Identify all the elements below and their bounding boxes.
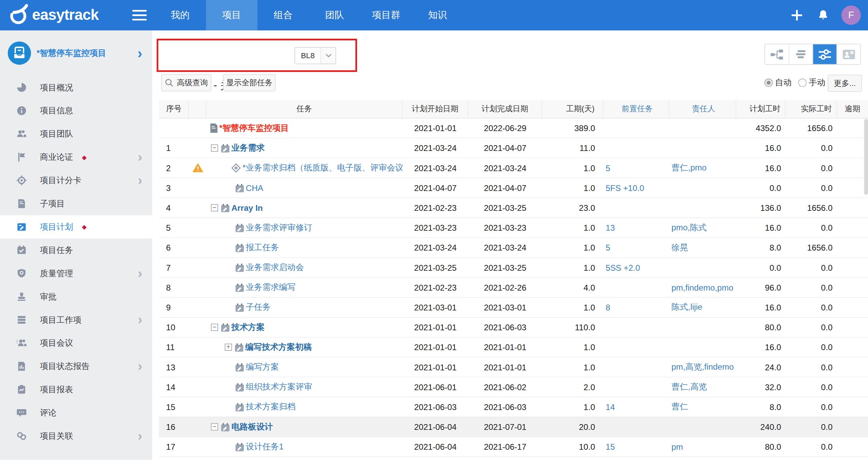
task-name-link[interactable]: 技术方案 — [231, 322, 265, 333]
nav-tab-0[interactable]: 我的 — [154, 0, 206, 30]
sidebar-item-6[interactable]: 项目计划◆ — [0, 215, 152, 239]
sidebar-item-14[interactable]: 评论 — [0, 401, 152, 424]
table-row[interactable]: 5业务需求评审修订2021-03-232021-03-231.013pmo,陈式… — [159, 218, 868, 238]
task-name-link[interactable]: 业务需求评审修订 — [246, 222, 312, 233]
task-name-link[interactable]: 业务需求 — [231, 143, 265, 153]
show-all-tasks-button[interactable]: 显示全部任务 — [223, 74, 276, 91]
project-chevron-right-icon[interactable]: › — [137, 48, 142, 59]
predecessor[interactable]: 5SS +2.0 — [603, 258, 669, 277]
hamburger-menu-icon[interactable] — [132, 10, 147, 21]
more-button[interactable]: 更多... — [828, 75, 862, 92]
sidebar-item-1[interactable]: 项目信息 — [0, 99, 152, 122]
resource-view-icon[interactable] — [836, 44, 860, 64]
sidebar-item-12[interactable]: 项目状态报告› — [0, 355, 152, 378]
task-name-link[interactable]: 业务需求启动会 — [246, 262, 304, 273]
table-row[interactable]: 15技术方案归档2021-06-032021-06-031.014曹仁8.00.… — [159, 397, 868, 417]
task-name-link[interactable]: 业务需求编写 — [246, 282, 296, 293]
sidebar-item-8[interactable]: 质量管理› — [0, 262, 152, 285]
table-row[interactable]: 11+编写技术方案初稿2021-01-012021-01-011.016.00.… — [159, 337, 868, 357]
owner[interactable]: 徐晃 — [669, 238, 737, 257]
owner[interactable]: 陈式,lijie — [669, 298, 737, 317]
notification-bell-icon[interactable] — [815, 7, 832, 24]
sidebar-item-5[interactable]: 子项目 — [0, 192, 152, 215]
nav-tab-1[interactable]: 项目 — [206, 0, 257, 30]
table-row[interactable]: 17设计任务12021-06-042021-06-1710.015pm80.00… — [159, 437, 868, 457]
collapse-icon[interactable]: − — [211, 324, 218, 331]
table-row[interactable]: 3CHA2021-04-072021-04-071.05FS +10.00.00… — [159, 178, 868, 198]
wbs-view-icon[interactable] — [765, 44, 789, 64]
advanced-query-button[interactable]: 高级查询 — [161, 74, 211, 91]
task-name-link[interactable]: 设计任务1 — [246, 442, 284, 452]
owner[interactable]: 曹仁,高览 — [669, 378, 737, 397]
nav-tab-4[interactable]: 项目群 — [360, 0, 412, 30]
expand-icon[interactable]: + — [225, 344, 232, 351]
sidebar-item-11[interactable]: 项目会议 — [0, 331, 152, 355]
task-name-link[interactable]: 技术方案归档 — [246, 402, 296, 412]
task-name-link[interactable]: Array In — [231, 203, 263, 212]
sidebar-item-0[interactable]: 项目概况 — [0, 76, 152, 99]
easytrack-logo[interactable]: easytrack — [7, 2, 126, 28]
sidebar-project-header[interactable]: *智慧停车监控项目 › — [0, 30, 152, 76]
task-name-link[interactable]: 子任务 — [246, 302, 271, 313]
task-name-link[interactable]: 编写技术方案初稿 — [245, 342, 312, 353]
collapse-icon[interactable]: − — [211, 423, 218, 431]
task-name-link[interactable]: *智慧停车监控项目 — [219, 123, 289, 133]
owner[interactable]: pm,findemo,pmo — [669, 278, 737, 297]
sidebar-item-15[interactable]: 项目关联› — [0, 424, 152, 448]
critical-path-settings-icon[interactable] — [813, 44, 836, 64]
nav-tab-5[interactable]: 知识 — [412, 0, 463, 30]
table-row[interactable]: *智慧停车监控项目2021-01-012022-06-29389.04352.0… — [159, 118, 868, 138]
owner[interactable]: pmo,陈式 — [669, 218, 737, 238]
manual-radio[interactable] — [798, 79, 806, 87]
auto-radio-label[interactable]: 自动 — [775, 77, 792, 88]
table-row[interactable]: 7业务需求启动会2021-03-252021-03-251.05SS +2.00… — [159, 258, 868, 278]
predecessor[interactable]: 8 — [603, 298, 669, 317]
sidebar-item-10[interactable]: 项目工作项› — [0, 308, 152, 332]
predecessor[interactable]: 5 — [603, 238, 669, 257]
owner[interactable]: pm — [669, 437, 737, 457]
predecessor[interactable]: 5 — [603, 158, 669, 178]
nav-tab-3[interactable]: 团队 — [309, 0, 360, 30]
table-row[interactable]: 4−Array In2021-02-232021-03-2523.0136.01… — [159, 198, 868, 218]
task-icon — [235, 243, 244, 252]
vertical-scrollbar[interactable] — [864, 119, 868, 195]
table-row[interactable]: 6报工任务2021-03-242021-03-241.05徐晃8.01656.0 — [159, 238, 868, 258]
owner[interactable]: 曹仁,pmo — [669, 158, 737, 178]
sidebar-item-4[interactable]: 项目计分卡› — [0, 169, 152, 192]
predecessor[interactable]: 5FS +10.0 — [603, 178, 669, 198]
predecessor — [603, 318, 669, 337]
collapse-icon[interactable]: − — [211, 144, 218, 152]
table-row[interactable]: 8业务需求编写2021-02-232021-02-264.0pm,findemo… — [159, 278, 868, 298]
manual-radio-label[interactable]: 手动 — [809, 77, 826, 88]
predecessor[interactable]: 14 — [603, 397, 669, 417]
predecessor[interactable]: 15 — [603, 437, 669, 457]
predecessor[interactable]: 13 — [603, 218, 669, 238]
task-name-link[interactable]: *业务需求归档（纸质版、电子版、评审会议 — [242, 163, 402, 173]
table-row[interactable]: 14组织技术方案评审2021-06-012021-06-022.0曹仁,高览32… — [159, 378, 868, 397]
collapse-icon[interactable]: − — [211, 204, 218, 212]
sidebar-item-7[interactable]: 项目任务 — [0, 239, 152, 262]
sidebar-item-9[interactable]: 审批 — [0, 285, 152, 308]
table-row[interactable]: 13编写方案2021-01-012021-01-011.0pm,高览,finde… — [159, 357, 868, 377]
sidebar-item-13[interactable]: 项目报表 — [0, 378, 152, 401]
baseline-select[interactable]: BL8 — [294, 47, 336, 64]
owner[interactable]: pm,高览,findemo — [669, 357, 737, 377]
table-row[interactable]: 1−业务需求2021-03-242021-04-0711.016.00.0 — [159, 138, 868, 158]
owner[interactable]: 曹仁 — [669, 397, 737, 417]
sidebar-item-2[interactable]: 项目团队 — [0, 122, 152, 145]
table-row[interactable]: 2*业务需求归档（纸质版、电子版、评审会议2021-03-242021-03-2… — [159, 158, 868, 178]
sidebar-item-3[interactable]: 商业论证◆› — [0, 145, 152, 169]
nav-tab-2[interactable]: 组合 — [257, 0, 309, 30]
table-row[interactable]: 10−技术方案2021-01-012021-06-03110.080.00.0 — [159, 318, 868, 337]
task-name-link[interactable]: 组织技术方案评审 — [246, 382, 312, 393]
task-name-link[interactable]: 电路板设计 — [231, 422, 273, 432]
auto-radio[interactable] — [765, 79, 773, 87]
user-avatar[interactable]: F — [841, 5, 861, 25]
task-name-link[interactable]: 编写方案 — [246, 362, 279, 372]
task-name-link[interactable]: 报工任务 — [246, 242, 279, 253]
add-plus-icon[interactable] — [788, 7, 805, 24]
table-row[interactable]: 16−电路板设计2021-06-042021-07-0120.0240.00.0 — [159, 417, 868, 437]
table-row[interactable]: 9子任务2021-03-012021-03-011.08陈式,lijie16.0… — [159, 298, 868, 318]
task-name-link[interactable]: CHA — [246, 183, 263, 192]
outline-view-icon[interactable] — [789, 44, 813, 64]
